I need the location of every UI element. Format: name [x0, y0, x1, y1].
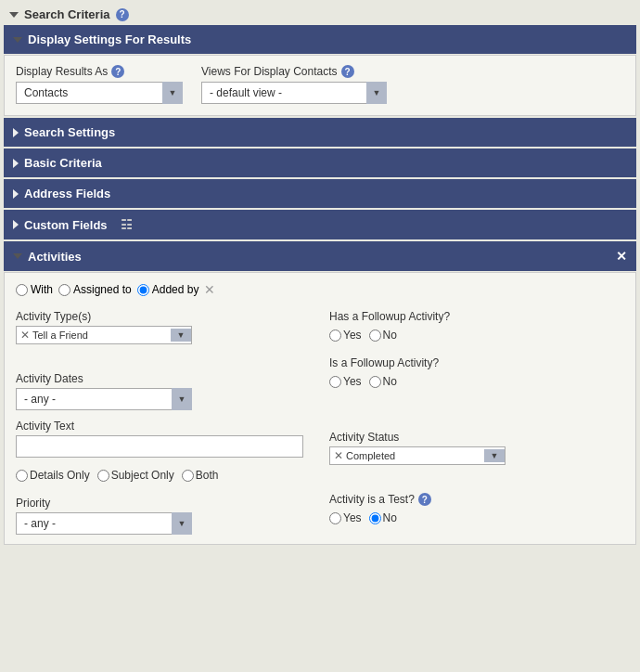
has-followup-label: Has a Followup Activity?	[329, 310, 624, 323]
activity-text-input[interactable]	[16, 435, 303, 458]
display-results-select[interactable]: Contacts	[16, 82, 183, 104]
display-settings-panel: Display Results As ? Contacts Views For …	[4, 55, 636, 116]
views-for-display-label: Views For Display Contacts ?	[201, 65, 387, 78]
display-results-select-wrapper: Contacts	[16, 82, 183, 104]
is-followup-label: Is a Followup Activity?	[329, 356, 624, 369]
is-followup-yes-radio[interactable]	[329, 376, 341, 388]
activities-header[interactable]: Activities ✕	[4, 241, 636, 271]
has-followup-radios: Yes No	[329, 329, 624, 342]
is-followup-no-label[interactable]: No	[369, 375, 397, 388]
basic-criteria-header[interactable]: Basic Criteria	[4, 149, 636, 177]
activities-section: Activities ✕ With Assigned to Added by ✕	[4, 241, 636, 545]
activities-collapse-icon	[13, 253, 22, 259]
assigned-to-radio[interactable]	[58, 284, 70, 296]
display-results-as-group: Display Results As ? Contacts	[16, 65, 183, 104]
assignment-row: With Assigned to Added by ✕	[16, 282, 624, 297]
views-for-display-group: Views For Display Contacts ? - default v…	[201, 65, 387, 104]
has-followup-yes-label[interactable]: Yes	[329, 329, 362, 342]
activity-dates-select[interactable]: - any -	[16, 388, 192, 410]
activities-col-left: Activity Type(s) ✕ Tell a Friend ▼	[16, 310, 311, 535]
search-criteria-title: Search Criteria	[24, 7, 110, 21]
is-followup-yes-label[interactable]: Yes	[329, 375, 362, 388]
activity-is-test-label: Activity is a Test? ?	[329, 493, 624, 506]
has-followup-no-label[interactable]: No	[369, 329, 397, 342]
page-wrapper: Search Criteria ? Display Settings For R…	[0, 0, 640, 549]
custom-fields-section: Custom Fields ☷	[4, 210, 636, 239]
search-settings-expand-icon	[13, 128, 19, 137]
with-radio[interactable]	[16, 284, 28, 296]
activity-type-token: ✕ Tell a Friend	[20, 329, 88, 342]
activity-type-select[interactable]: ✕ Tell a Friend ▼	[16, 326, 192, 344]
activity-status-select[interactable]: ✕ Completed ▼	[329, 446, 506, 465]
activity-is-test-no-radio[interactable]	[369, 512, 381, 524]
has-followup-no-radio[interactable]	[369, 330, 381, 342]
display-results-as-label: Display Results As ?	[16, 65, 183, 78]
details-only-label[interactable]: Details Only	[16, 469, 90, 482]
details-only-radio[interactable]	[16, 470, 28, 482]
display-settings-section: Display Settings For Results Display Res…	[4, 25, 636, 116]
search-criteria-help-icon[interactable]: ?	[116, 8, 129, 21]
is-followup-radios: Yes No	[329, 375, 624, 388]
activity-type-token-remove[interactable]: ✕	[20, 329, 30, 342]
is-followup-group: Is a Followup Activity? Yes No	[329, 356, 624, 388]
views-for-display-select-wrapper: - default view -	[201, 82, 387, 104]
views-for-display-select[interactable]: - default view -	[201, 82, 387, 104]
address-fields-title: Address Fields	[24, 187, 110, 200]
custom-fields-title: Custom Fields	[24, 218, 108, 232]
activity-is-test-radios: Yes No	[329, 511, 624, 524]
search-criteria-header: Search Criteria ?	[4, 4, 636, 25]
activity-is-test-yes-radio[interactable]	[329, 512, 341, 524]
priority-label: Priority	[16, 497, 311, 510]
activity-type-arrow[interactable]: ▼	[171, 329, 191, 342]
search-settings-section: Search Settings	[4, 118, 636, 147]
display-settings-form-row: Display Results As ? Contacts Views For …	[16, 65, 624, 104]
activity-dates-group: Activity Dates - any -	[16, 372, 311, 410]
activity-text-label: Activity Text	[16, 420, 311, 433]
display-results-help-icon[interactable]: ?	[111, 65, 124, 78]
is-followup-no-radio[interactable]	[369, 376, 381, 388]
activity-type-label: Activity Type(s)	[16, 310, 311, 323]
address-fields-section: Address Fields	[4, 179, 636, 208]
has-followup-group: Has a Followup Activity? Yes No	[329, 310, 624, 342]
display-settings-header[interactable]: Display Settings For Results	[4, 25, 636, 54]
search-settings-header[interactable]: Search Settings	[4, 118, 636, 147]
activity-dates-select-wrapper: - any -	[16, 388, 192, 410]
display-settings-collapse-icon	[13, 37, 22, 43]
basic-criteria-section: Basic Criteria	[4, 149, 636, 177]
has-followup-yes-radio[interactable]	[329, 330, 341, 342]
basic-criteria-expand-icon	[13, 159, 19, 168]
activity-type-group: Activity Type(s) ✕ Tell a Friend ▼	[16, 310, 311, 344]
activity-is-test-help-icon[interactable]: ?	[418, 493, 431, 506]
views-for-display-help-icon[interactable]: ?	[341, 65, 354, 78]
address-fields-expand-icon	[13, 189, 19, 199]
subject-only-radio[interactable]	[97, 470, 109, 482]
activities-close-icon[interactable]: ✕	[616, 249, 627, 264]
activity-status-arrow[interactable]: ▼	[484, 449, 505, 462]
both-label[interactable]: Both	[182, 469, 219, 482]
added-by-radio[interactable]	[137, 284, 149, 296]
custom-fields-header[interactable]: Custom Fields ☷	[4, 210, 636, 239]
added-by-label[interactable]: Added by	[137, 283, 199, 296]
activity-is-test-yes-label[interactable]: Yes	[329, 511, 362, 524]
activities-two-col: Activity Type(s) ✕ Tell a Friend ▼	[16, 310, 624, 535]
both-radio[interactable]	[182, 470, 194, 482]
with-label[interactable]: With	[16, 283, 53, 296]
text-search-options: Details Only Subject Only Both	[16, 469, 311, 482]
activity-is-test-no-label[interactable]: No	[369, 511, 397, 524]
custom-fields-expand-icon	[13, 220, 19, 229]
priority-select[interactable]: - any -	[16, 512, 192, 535]
assigned-to-label[interactable]: Assigned to	[58, 283, 132, 296]
activity-status-token: ✕ Completed	[334, 449, 395, 462]
collapse-icon[interactable]	[9, 12, 19, 18]
basic-criteria-title: Basic Criteria	[24, 156, 102, 170]
search-settings-title: Search Settings	[24, 125, 115, 139]
activities-title: Activities	[28, 250, 82, 264]
activities-panel: With Assigned to Added by ✕	[4, 272, 636, 545]
activity-status-token-remove[interactable]: ✕	[334, 449, 343, 462]
subject-only-label[interactable]: Subject Only	[97, 469, 174, 482]
priority-select-wrapper: - any -	[16, 512, 192, 535]
assignment-remove-icon[interactable]: ✕	[204, 282, 215, 297]
address-fields-header[interactable]: Address Fields	[4, 179, 636, 208]
activity-dates-label: Activity Dates	[16, 372, 311, 385]
display-settings-title: Display Settings For Results	[28, 32, 191, 46]
